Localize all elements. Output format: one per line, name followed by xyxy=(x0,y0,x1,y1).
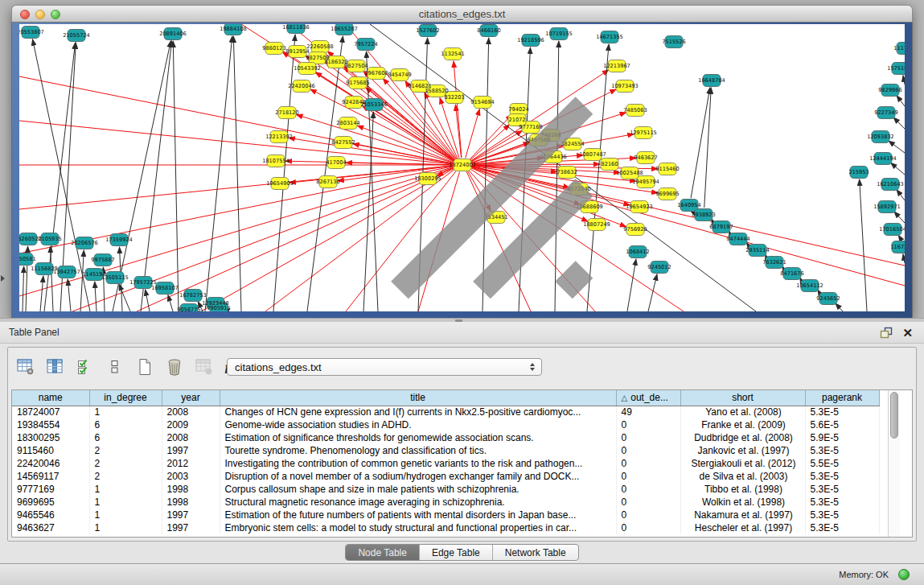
table-cell: Disruption of a novel member of a sodium… xyxy=(220,470,616,483)
table-cell: 1 xyxy=(89,509,162,521)
table-row[interactable]: 1456911722003Disruption of a novel membe… xyxy=(12,470,879,483)
table-cell: 5.3E-5 xyxy=(805,406,879,418)
table-cell: 9115460 xyxy=(12,444,89,457)
column-header-out-de-[interactable]: △out_de... xyxy=(616,390,680,406)
table-row[interactable]: 1830029562008Estimation of significance … xyxy=(12,431,879,444)
table-row[interactable]: 977716911998Corpus callosum shape and si… xyxy=(12,483,879,496)
table-cell: 5.3E-5 xyxy=(805,470,879,483)
column-header-pagerank[interactable]: pagerank xyxy=(805,390,879,406)
table-cell: 9699695 xyxy=(12,496,89,509)
close-panel-icon[interactable]: ✕ xyxy=(902,327,913,339)
trash-icon[interactable] xyxy=(165,357,184,377)
window-titlebar[interactable]: citations_edges.txt xyxy=(11,5,913,23)
table-cell: Stergiakouli et al. (2012) xyxy=(680,457,805,470)
status-bar: Memory: OK xyxy=(0,563,924,585)
table-cell: Tibbo et al. (1998) xyxy=(680,483,805,496)
table-cell: 2 xyxy=(89,444,162,457)
table-row[interactable]: 969969511998Structural magnetic resonanc… xyxy=(12,496,879,509)
new-document-icon[interactable] xyxy=(135,357,154,377)
table-panel-body: f(x) citations_edges.txt namein_degreeye… xyxy=(7,347,917,542)
table-cell: 1 xyxy=(89,483,162,496)
table-cell: 1998 xyxy=(162,483,220,496)
table-cell: 19384554 xyxy=(12,418,89,431)
sort-ascending-icon: △ xyxy=(622,393,628,402)
table-cell: 9465546 xyxy=(12,509,89,521)
table-row[interactable]: 1938455462009Genome-wide association stu… xyxy=(12,418,879,431)
table-cell: Estimation of the future numbers of pati… xyxy=(220,509,616,521)
column-header-year[interactable]: year xyxy=(162,390,220,406)
dropdown-arrows-icon xyxy=(530,363,541,371)
table-cell: 2012 xyxy=(162,457,220,470)
table-cell: 18300295 xyxy=(12,431,89,444)
table-cell: Nakamura et al. (1997) xyxy=(680,509,805,521)
table-cell: 0 xyxy=(616,470,680,483)
table-panel-titlebar: Table Panel ✕ xyxy=(0,322,924,344)
network-frame: 1872400718300295986012389129542226058898… xyxy=(11,23,913,319)
table-selector-value: citations_edges.txt xyxy=(228,361,530,373)
table-header-row[interactable]: namein_degreeyeartitle△out_de...shortpag… xyxy=(12,390,879,406)
table-row[interactable]: 2242004622012Investigating the contribut… xyxy=(12,457,879,470)
column-header-short[interactable]: short xyxy=(680,390,805,406)
table-cell: 5.3E-5 xyxy=(805,521,879,534)
table-cell: Changes of HCN gene expression and I(f) … xyxy=(220,406,616,418)
table-cell: 0 xyxy=(616,444,680,457)
table-cell: 14569117 xyxy=(12,470,89,483)
table-row[interactable]: 946362711997Embryonic stem cells: a mode… xyxy=(12,521,879,534)
table-cell: 0 xyxy=(616,483,680,496)
collapsed-panel-arrow-icon[interactable] xyxy=(1,275,5,282)
table-cell: 9463627 xyxy=(12,521,89,534)
tab-network-table[interactable]: Network Table xyxy=(492,545,578,560)
table-cell: Genome-wide association studies in ADHD. xyxy=(220,418,616,431)
table-cell: Structural magnetic resonance image aver… xyxy=(220,496,616,509)
rows-icon[interactable] xyxy=(105,357,125,377)
table-panel: Table Panel ✕ xyxy=(0,322,924,563)
column-header-name[interactable]: name xyxy=(12,390,89,406)
table-cell: 1 xyxy=(89,406,162,418)
scrollbar-thumb[interactable] xyxy=(890,392,898,439)
table-cell: Jankovic et al. (1997) xyxy=(680,444,805,457)
node-table: namein_degreeyeartitle△out_de...shortpag… xyxy=(11,389,913,538)
column-checklist-icon[interactable] xyxy=(76,357,95,377)
network-canvas[interactable]: 1872400718300295986012389129542226058898… xyxy=(19,24,905,311)
table-cell: 5.3E-5 xyxy=(805,483,879,496)
memory-ok-indicator-icon[interactable] xyxy=(898,569,910,580)
table-cell: 1998 xyxy=(162,496,220,509)
table-row[interactable]: 946554611997Estimation of the future num… xyxy=(12,509,879,521)
table-row[interactable]: 911546021997Tourette syndrome. Phenomeno… xyxy=(12,444,879,457)
table-row[interactable]: 1872400712008Changes of HCN gene express… xyxy=(12,406,879,418)
table-selector-dropdown[interactable]: citations_edges.txt xyxy=(227,358,542,376)
float-panel-icon[interactable] xyxy=(880,327,893,339)
table-cell: 49 xyxy=(616,406,680,418)
table-cell: Yano et al. (2008) xyxy=(680,406,805,418)
table-cell: 6 xyxy=(89,431,162,444)
memory-status-label: Memory: OK xyxy=(839,570,889,579)
table-cell: 1997 xyxy=(162,521,220,534)
table-vertical-scrollbar[interactable] xyxy=(888,390,900,537)
table-cell: 0 xyxy=(616,509,680,521)
column-header-in-degree[interactable]: in_degree xyxy=(89,390,162,406)
table-cell: 5.5E-5 xyxy=(805,457,879,470)
table-cell: Estimation of significance thresholds fo… xyxy=(220,431,616,444)
table-cell: 2003 xyxy=(162,470,220,483)
table-cell: 1997 xyxy=(162,509,220,521)
table-cell: 1 xyxy=(89,496,162,509)
resize-grip-icon[interactable] xyxy=(19,24,904,311)
table-cell: 1997 xyxy=(162,444,220,457)
table-cell: 0 xyxy=(616,521,680,534)
table-cell: 18724007 xyxy=(12,406,89,418)
tab-edge-table[interactable]: Edge Table xyxy=(419,545,492,560)
show-columns-icon[interactable] xyxy=(46,357,65,377)
column-header-title[interactable]: title xyxy=(220,390,616,406)
table-cell: 5.3E-5 xyxy=(805,509,879,521)
table-cell: Embryonic stem cells: a model to study s… xyxy=(220,521,616,534)
table-cell: 1 xyxy=(89,521,162,534)
delete-table-icon xyxy=(195,357,214,377)
tab-node-table[interactable]: Node Table xyxy=(346,545,419,560)
table-cell: 0 xyxy=(616,431,680,444)
table-cell: 5.3E-5 xyxy=(805,496,879,509)
table-cell: 5.6E-5 xyxy=(805,418,879,431)
table-settings-icon[interactable] xyxy=(16,357,35,377)
table-cell: Hescheler et al. (1997) xyxy=(680,521,805,534)
table-tabs-bar: Node TableEdge TableNetwork Table xyxy=(0,544,924,561)
table-cell: Tourette syndrome. Phenomenology and cla… xyxy=(220,444,616,457)
